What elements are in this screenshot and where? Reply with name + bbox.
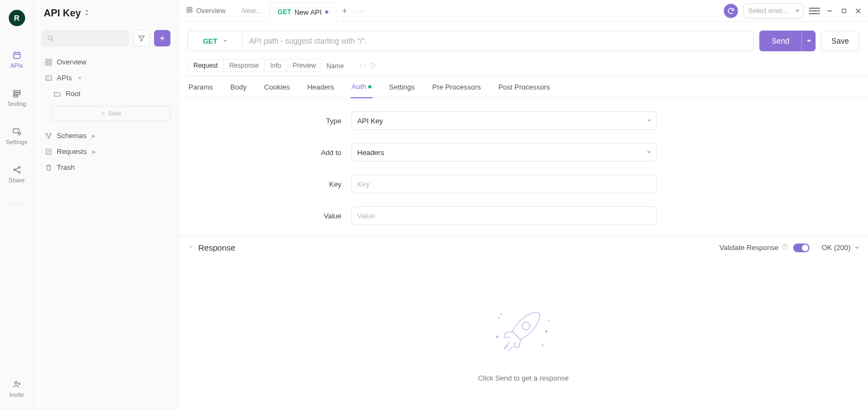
- auth-form: Type API Key Add to Headers Key Value: [179, 98, 868, 236]
- type-select[interactable]: API Key: [351, 111, 657, 130]
- tree-label: APIs: [57, 74, 72, 82]
- rail-item-apis[interactable]: APIs: [0, 48, 33, 71]
- tree-label: Schemas: [57, 132, 86, 140]
- pill-request[interactable]: Request: [188, 60, 224, 72]
- caret-icon: ▶: [92, 149, 96, 155]
- svg-point-16: [46, 133, 47, 134]
- search-input[interactable]: [54, 34, 123, 43]
- response-header: Response Validate Response OK (200): [179, 236, 868, 259]
- innertab-preprocessors[interactable]: Pre Processors: [431, 76, 482, 98]
- auth-active-badge-icon: [368, 85, 371, 88]
- tree-trash[interactable]: Trash: [42, 161, 170, 174]
- tree-apis[interactable]: APIs ▼: [42, 71, 170, 85]
- rocket-icon: [491, 304, 556, 364]
- svg-rect-4: [13, 129, 19, 133]
- pill-preview[interactable]: Preview: [287, 60, 322, 72]
- help-icon[interactable]: [782, 243, 789, 252]
- folder-icon: [54, 90, 61, 98]
- sidebar-title: API Key: [44, 8, 81, 19]
- close-button[interactable]: [854, 7, 863, 15]
- name-input[interactable]: [326, 62, 359, 70]
- tab-new[interactable]: New...: [234, 0, 269, 21]
- innertab-settings[interactable]: Settings: [388, 76, 416, 98]
- innertab-headers[interactable]: Headers: [306, 76, 335, 98]
- env-placeholder: Select envir...: [748, 7, 788, 15]
- rail-label: Share: [9, 177, 25, 183]
- innertab-auth[interactable]: Auth: [351, 76, 373, 98]
- save-button[interactable]: Save: [821, 31, 859, 51]
- search-input-container[interactable]: [42, 30, 129, 46]
- api-icon: [12, 50, 22, 60]
- rail-item-testing[interactable]: Testing: [0, 86, 33, 109]
- tab-overview[interactable]: Overview: [179, 0, 234, 21]
- history-icon[interactable]: [369, 62, 376, 70]
- sync-button[interactable]: [724, 4, 738, 18]
- rail-item-invite[interactable]: Invite: [0, 377, 33, 400]
- innertab-cookies[interactable]: Cookies: [263, 76, 291, 98]
- trash-icon: [45, 164, 52, 171]
- key-input[interactable]: [357, 180, 651, 188]
- send-dropdown[interactable]: [801, 31, 816, 51]
- tree-schemas[interactable]: Schemas ▶: [42, 129, 170, 142]
- tree-requests[interactable]: Requests ▶: [42, 145, 170, 158]
- tree-overview[interactable]: Overview: [42, 55, 170, 69]
- addto-value: Headers: [357, 148, 384, 157]
- innertab-body[interactable]: Body: [229, 76, 248, 98]
- menu-button[interactable]: [809, 8, 820, 14]
- caret-icon: ▶: [92, 133, 96, 139]
- status-select[interactable]: OK (200): [822, 243, 859, 252]
- addto-select[interactable]: Headers: [351, 143, 657, 162]
- send-button[interactable]: Send: [759, 31, 816, 51]
- tab-new-api[interactable]: GET New API: [269, 2, 336, 22]
- svg-rect-24: [842, 9, 846, 13]
- collapse-icon[interactable]: [187, 243, 194, 252]
- method-select[interactable]: GET: [188, 31, 243, 51]
- topbar: Overview New... GET New API + ···: [179, 0, 868, 22]
- environment-select[interactable]: Select envir...: [743, 3, 804, 19]
- avatar[interactable]: R: [9, 10, 25, 26]
- tab-more-button[interactable]: ···: [353, 0, 369, 21]
- svg-point-6: [14, 169, 15, 171]
- pill-info[interactable]: Info: [265, 60, 287, 72]
- rail-item-share[interactable]: Share: [0, 163, 33, 186]
- svg-point-29: [542, 344, 543, 346]
- svg-point-28: [498, 317, 499, 318]
- svg-rect-22: [187, 10, 190, 13]
- type-label: Type: [187, 117, 351, 125]
- send-label: Send: [759, 31, 801, 51]
- svg-point-17: [50, 133, 51, 134]
- tab-add-button[interactable]: +: [336, 0, 353, 21]
- path-input[interactable]: [243, 31, 753, 51]
- schemas-icon: [45, 132, 52, 140]
- add-button[interactable]: [154, 30, 170, 46]
- svg-point-27: [522, 322, 530, 330]
- addto-label: Add to: [187, 148, 351, 157]
- innertab-label: Auth: [352, 82, 367, 91]
- svg-point-10: [48, 36, 52, 40]
- maximize-button[interactable]: [840, 7, 848, 15]
- pill-response[interactable]: Response: [224, 60, 265, 72]
- sidebar-tree: Overview APIs ▼ Root New Schemas ▶: [42, 55, 170, 174]
- rail-label: Settings: [6, 139, 28, 145]
- validate-label: Validate Response: [719, 243, 778, 252]
- tab-label: Overview: [196, 7, 226, 15]
- tree-root[interactable]: Root: [50, 87, 170, 100]
- code-icon[interactable]: [359, 62, 367, 70]
- sidebar: API Key Overview APIs: [34, 0, 179, 410]
- title-selector-icon[interactable]: [84, 9, 90, 18]
- value-input[interactable]: [357, 212, 651, 220]
- new-item-button[interactable]: New: [51, 106, 170, 121]
- tab-label: New...: [241, 7, 261, 15]
- invite-icon: [12, 379, 22, 389]
- svg-point-9: [15, 382, 17, 384]
- filter-button[interactable]: [133, 30, 150, 46]
- tree-label: Overview: [57, 58, 86, 66]
- status-label: OK (200): [822, 243, 851, 252]
- innertab-postprocessors[interactable]: Post Processors: [497, 76, 551, 98]
- search-icon: [47, 34, 54, 42]
- minimize-button[interactable]: [825, 7, 834, 15]
- validate-toggle[interactable]: [793, 243, 810, 252]
- innertab-params[interactable]: Params: [187, 76, 214, 98]
- unsaved-dot-icon: [325, 10, 328, 14]
- rail-item-settings[interactable]: Settings: [0, 124, 33, 147]
